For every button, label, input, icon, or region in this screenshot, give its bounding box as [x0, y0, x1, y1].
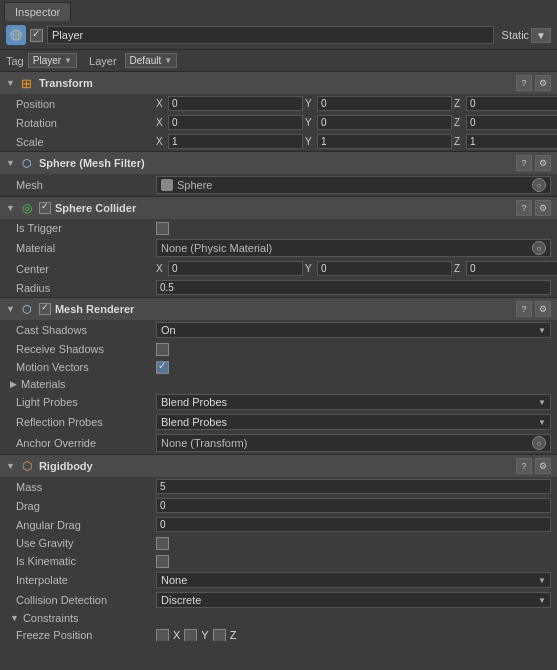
collision-detection-arrow: ▼	[538, 596, 546, 605]
sphere-collider-info-btn[interactable]: ?	[516, 200, 532, 216]
static-label: Static	[502, 29, 530, 41]
light-probes-dropdown[interactable]: Blend Probes ▼	[156, 394, 551, 410]
cast-shadows-row: Cast Shadows On ▼	[0, 320, 557, 340]
sphere-collider-gear-btn[interactable]: ⚙	[535, 200, 551, 216]
active-checkbox[interactable]	[30, 29, 43, 42]
sc-material-select-btn[interactable]: ○	[532, 241, 546, 255]
static-dropdown-btn[interactable]: ▼	[531, 28, 551, 43]
radius-label: Radius	[16, 282, 156, 294]
angular-drag-input[interactable]	[156, 517, 551, 532]
use-gravity-checkbox[interactable]	[156, 537, 169, 550]
materials-arrow: ▶	[10, 379, 17, 389]
rot-x-input[interactable]	[168, 115, 303, 130]
transform-gear-btn[interactable]: ⚙	[535, 75, 551, 91]
scale-y-input[interactable]	[317, 134, 452, 149]
interpolate-label: Interpolate	[16, 574, 156, 586]
center-z-input[interactable]	[466, 261, 557, 276]
motion-vectors-label: Motion Vectors	[16, 361, 156, 373]
is-kinematic-checkbox[interactable]	[156, 555, 169, 568]
scale-row: Scale X Y Z	[0, 132, 557, 151]
rigidbody-header[interactable]: ▼ ⬡ Rigidbody ? ⚙	[0, 455, 557, 477]
drag-label: Drag	[16, 500, 156, 512]
scale-x-input[interactable]	[168, 134, 303, 149]
sc-material-value: None (Physic Material)	[161, 242, 272, 254]
center-y-input[interactable]	[317, 261, 452, 276]
sphere-collider-enable-checkbox[interactable]	[39, 202, 51, 214]
sphere-collider-tools: ? ⚙	[516, 200, 551, 216]
mesh-ref-select-btn[interactable]: ○	[532, 178, 546, 192]
mesh-ref-icon	[161, 179, 173, 191]
sphere-collider-header[interactable]: ▼ ◎ Sphere Collider ? ⚙	[0, 197, 557, 219]
mesh-renderer-gear-btn[interactable]: ⚙	[535, 301, 551, 317]
transform-info-btn[interactable]: ?	[516, 75, 532, 91]
mesh-renderer-header[interactable]: ▼ ⬡ Mesh Renderer ? ⚙	[0, 298, 557, 320]
cast-shadows-label: Cast Shadows	[16, 324, 156, 336]
rotation-xyz: X Y Z	[156, 115, 557, 130]
pos-y-input[interactable]	[317, 96, 452, 111]
pos-x-input[interactable]	[168, 96, 303, 111]
is-trigger-checkbox[interactable]	[156, 222, 169, 235]
interpolate-row: Interpolate None ▼	[0, 570, 557, 590]
anchor-override-label: Anchor Override	[16, 437, 156, 449]
rigidbody-title: Rigidbody	[39, 460, 516, 472]
center-x-input[interactable]	[168, 261, 303, 276]
mesh-filter-header[interactable]: ▼ ⬡ Sphere (Mesh Filter) ? ⚙	[0, 152, 557, 174]
rot-z-input[interactable]	[466, 115, 557, 130]
mesh-renderer-enable-checkbox[interactable]	[39, 303, 51, 315]
freeze-pos-x-checkbox[interactable]	[156, 629, 169, 642]
interpolate-dropdown[interactable]: None ▼	[156, 572, 551, 588]
pos-z-input[interactable]	[466, 96, 557, 111]
drag-input[interactable]	[156, 498, 551, 513]
is-trigger-row: Is Trigger	[0, 219, 557, 237]
mesh-row: Mesh Sphere ○	[0, 174, 557, 196]
rigidbody-info-btn[interactable]: ?	[516, 458, 532, 474]
constraints-group-header[interactable]: ▼ Constraints	[0, 610, 557, 626]
tab-inspector[interactable]: Inspector	[4, 2, 71, 21]
sphere-collider-icon: ◎	[19, 200, 35, 216]
mesh-label: Mesh	[16, 179, 156, 191]
section-rigidbody: ▼ ⬡ Rigidbody ? ⚙ Mass Drag Angular Drag	[0, 455, 557, 641]
mesh-renderer-info-btn[interactable]: ?	[516, 301, 532, 317]
reflection-probes-label: Reflection Probes	[16, 416, 156, 428]
light-probes-arrow: ▼	[538, 398, 546, 407]
tag-layer-row: Tag Player ▼ Layer Default ▼	[0, 50, 557, 72]
anchor-override-select-btn[interactable]: ○	[532, 436, 546, 450]
reflection-probes-dropdown[interactable]: Blend Probes ▼	[156, 414, 551, 430]
mesh-renderer-arrow: ▼	[6, 304, 15, 314]
sc-material-label: Material	[16, 242, 156, 254]
freeze-pos-y-checkbox[interactable]	[184, 629, 197, 642]
rot-y-input[interactable]	[317, 115, 452, 130]
scroll-area[interactable]: Static ▼ Tag Player ▼ Layer Default ▼ ▼ …	[0, 21, 557, 641]
sc-material-ref: None (Physic Material) ○	[156, 239, 551, 257]
tag-select[interactable]: Player ▼	[28, 53, 77, 68]
mesh-renderer-tools: ? ⚙	[516, 301, 551, 317]
scale-z-input[interactable]	[466, 134, 557, 149]
mass-input[interactable]	[156, 479, 551, 494]
angular-drag-row: Angular Drag	[0, 515, 557, 534]
receive-shadows-checkbox[interactable]	[156, 343, 169, 356]
mesh-filter-icon: ⬡	[19, 155, 35, 171]
object-name-input[interactable]	[47, 26, 494, 44]
sc-material-row: Material None (Physic Material) ○	[0, 237, 557, 259]
center-xyz: X Y Z	[156, 261, 557, 276]
collision-detection-dropdown[interactable]: Discrete ▼	[156, 592, 551, 608]
mesh-filter-info-btn[interactable]: ?	[516, 155, 532, 171]
layer-select[interactable]: Default ▼	[125, 53, 178, 68]
section-sphere-collider: ▼ ◎ Sphere Collider ? ⚙ Is Trigger Mater…	[0, 197, 557, 298]
tag-dropdown-arrow: ▼	[64, 56, 72, 65]
motion-vectors-checkbox[interactable]	[156, 361, 169, 374]
reflection-probes-row: Reflection Probes Blend Probes ▼	[0, 412, 557, 432]
cast-shadows-dropdown[interactable]: On ▼	[156, 322, 551, 338]
light-probes-row: Light Probes Blend Probes ▼	[0, 392, 557, 412]
freeze-pos-z-checkbox[interactable]	[213, 629, 226, 642]
mesh-ref-field: Sphere ○	[156, 176, 551, 194]
transform-header[interactable]: ▼ ⊞ Transform ? ⚙	[0, 72, 557, 94]
rigidbody-gear-btn[interactable]: ⚙	[535, 458, 551, 474]
mesh-filter-gear-btn[interactable]: ⚙	[535, 155, 551, 171]
transform-arrow: ▼	[6, 78, 15, 88]
transform-tools: ? ⚙	[516, 75, 551, 91]
rotation-label: Rotation	[16, 117, 156, 129]
materials-group-header[interactable]: ▶ Materials	[0, 376, 557, 392]
radius-input[interactable]	[156, 280, 551, 295]
position-row: Position X Y Z	[0, 94, 557, 113]
